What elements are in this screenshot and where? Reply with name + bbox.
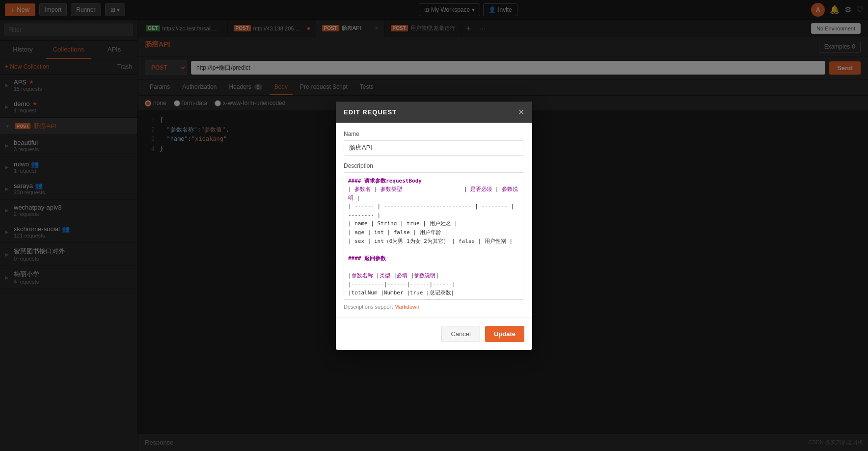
- modal-desc-text: #### 请求参数requestBody | 参数名 | 参数类型 | 是否必须…: [348, 177, 520, 300]
- modal-desc-content[interactable]: #### 请求参数requestBody | 参数名 | 参数类型 | 是否必须…: [344, 172, 524, 300]
- modal-body: Name Description #### 请求参数requestBody | …: [336, 123, 532, 318]
- modal-support-text: Descriptions support Markdown: [344, 304, 524, 310]
- modal-name-label: Name: [344, 131, 524, 137]
- modal-overlay: EDIT REQUEST ✕ Name Description #### 请求参…: [0, 0, 868, 451]
- markdown-link[interactable]: Markdown: [394, 304, 419, 310]
- modal-name-input[interactable]: [344, 140, 524, 156]
- modal-header: EDIT REQUEST ✕: [336, 102, 532, 123]
- edit-request-modal: EDIT REQUEST ✕ Name Description #### 请求参…: [336, 102, 532, 350]
- modal-close-button[interactable]: ✕: [518, 107, 524, 117]
- modal-footer: Cancel Update: [336, 318, 532, 350]
- cancel-button[interactable]: Cancel: [441, 326, 480, 342]
- update-button[interactable]: Update: [485, 326, 524, 342]
- modal-desc-label: Description: [344, 162, 524, 169]
- modal-title: EDIT REQUEST: [344, 108, 397, 116]
